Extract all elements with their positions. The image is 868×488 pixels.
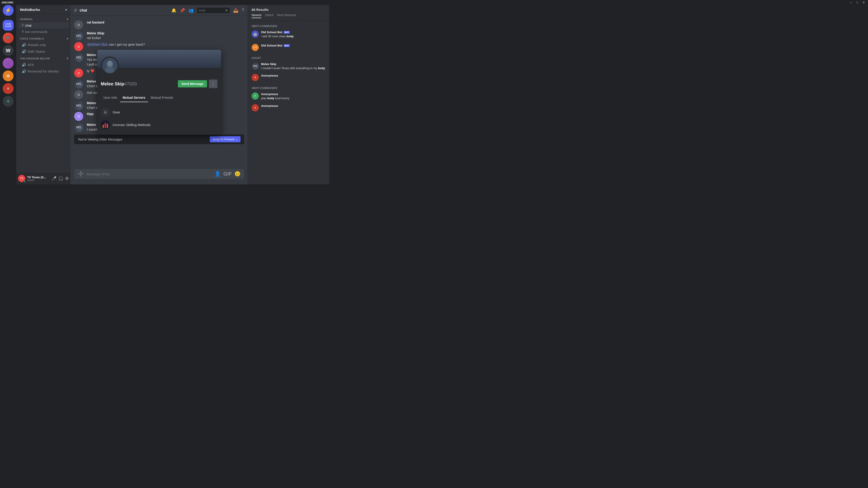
profile-popup: Melee Skip#7020 Send Message ⋮ User Info… (97, 50, 221, 135)
user-display-name: TX Texas (S... (27, 175, 50, 179)
server-header[interactable]: WeDoBuchu ▾ (16, 5, 70, 14)
osb-name: Old School Bot (261, 31, 282, 34)
osb-author-2: Old School Bot BOT (261, 44, 326, 47)
search-result-extra[interactable]: A Anonymous (248, 102, 329, 113)
voice-name-4heads: 4heads only (28, 43, 46, 47)
voice-item-afk[interactable]: 🔊 AFK (18, 61, 69, 68)
play-result-content: Anonymous play body loud luxury (261, 92, 326, 100)
server-icon-2[interactable]: 🎮 (3, 33, 13, 43)
extra-avatar: A (252, 104, 259, 111)
add-kingdom-channel-icon[interactable]: + (66, 57, 69, 61)
user-avatar[interactable]: TX (18, 175, 25, 182)
anon-avatar: A (252, 74, 259, 81)
voice-category[interactable]: VOICE CHANNELS + (16, 36, 70, 41)
search-result-play[interactable]: P Anonymous play body loud luxury (248, 91, 329, 102)
add-member-icon[interactable]: 👤 (59, 24, 63, 27)
search-result-osb-2[interactable]: OS Old School Bot BOT (248, 42, 329, 53)
server-icon-w[interactable]: W (3, 45, 13, 56)
text-channel-icon: # (22, 23, 24, 27)
server-icon-4[interactable]: IB (3, 70, 13, 81)
voice-icon-1: 🔊 (22, 43, 26, 47)
server-icon-5[interactable]: R (3, 83, 13, 94)
app-container: ⚡ CAVECLAN 🎮 W 🎵 IB R + WeDoBuchu ▾ GENE… (0, 0, 329, 184)
channel-item-chat[interactable]: # chat 👤 ⚙ (18, 22, 69, 29)
headset-button[interactable]: 🎧 (58, 176, 63, 181)
extra-result-content: Anonymous (261, 104, 326, 107)
settings-button[interactable]: ⚙ (65, 176, 69, 181)
osb-result-content: Old School Bot BOT +sell 30 rune chain b… (261, 31, 326, 38)
search-result-melee-skip[interactable]: MS Melee Skip I couldn't scam Texas with… (248, 61, 329, 72)
server-icon-3[interactable]: 🎵 (3, 58, 13, 69)
profile-discriminator: #7020 (124, 81, 137, 87)
channel-item-bot-commands[interactable]: # bot-commands (18, 29, 69, 35)
voice-icon-4: 🔊 (22, 69, 26, 73)
ironman-server-name: Ironman Skilling Methods (113, 123, 151, 127)
tab-mutual-servers[interactable]: Mutual Servers (120, 94, 148, 102)
search-section-label-chat: #chat (248, 55, 329, 61)
mutual-server-gear[interactable]: ⚔ Gear (101, 106, 217, 119)
osb-avatar: 🤖 (252, 31, 259, 38)
search-tab-newest[interactable]: Newest (252, 13, 261, 18)
voice-name-reserved: Reserved for Wesley (28, 69, 59, 73)
anon-author: Anonymous (261, 74, 326, 77)
tab-user-info[interactable]: User Info (101, 94, 120, 102)
search-results-count: 66 Results (252, 8, 326, 11)
mic-button[interactable]: 🎤 (52, 176, 57, 181)
voice-item-reserved[interactable]: 🔊 Reserved for Wesley (18, 68, 69, 74)
kingdom-category[interactable]: THE KINGDOM BELOW + (16, 56, 70, 61)
general-category[interactable]: GENERAL + (16, 16, 70, 22)
add-channel-icon[interactable]: + (66, 17, 69, 21)
titlebar: DISCORD ─ □ ✕ (0, 0, 329, 5)
main-content: # chat 🔔 📌 👥 ✕ 📥 ? U rat bastard (70, 0, 248, 184)
extra-author: Anonymous (261, 104, 326, 107)
gear-server-avatar: ⚔ (101, 107, 110, 117)
search-section-bot-commands-3: #bot-commands P Anonymous play body loud… (248, 85, 329, 113)
highlight-body-3: body (267, 96, 274, 100)
svg-rect-8 (105, 123, 106, 128)
add-server-button[interactable]: + (3, 96, 13, 107)
svg-rect-9 (107, 124, 108, 128)
osb-message-text: +sell 30 rune chain body (261, 34, 326, 38)
settings-icon[interactable]: ⚙ (64, 24, 67, 27)
server-name: WeDoBuchu (20, 8, 40, 11)
bot-badge-2: BOT (284, 44, 290, 47)
user-discriminator: #6420 (27, 179, 50, 182)
osb-result-content-2: Old School Bot BOT (261, 44, 326, 47)
kingdom-section: THE KINGDOM BELOW + 🔊 AFK 🔊 Reserved for… (16, 56, 70, 74)
channel-name-bot-commands: bot-commands (25, 30, 67, 34)
bot-badge: BOT (284, 31, 290, 34)
ironman-server-avatar (101, 120, 110, 129)
tab-mutual-friends[interactable]: Mutual Friends (148, 94, 176, 102)
profile-popup-tabs: User Info Mutual Servers Mutual Friends (97, 94, 221, 102)
anon-result-content: Anonymous (261, 74, 326, 77)
profile-name: Melee Skip (101, 81, 124, 87)
search-tabs: Newest Oldest Most Relevant (252, 13, 326, 18)
svg-text:🤖: 🤖 (253, 32, 257, 36)
discord-home-icon[interactable]: ⚡ (3, 5, 13, 16)
search-tab-relevant[interactable]: Most Relevant (277, 13, 296, 18)
voice-item-safe-space[interactable]: 🔊 Safe Space (18, 48, 69, 55)
profile-avatar (101, 57, 119, 74)
voice-name-safe: Safe Space (28, 50, 45, 53)
server-divider (4, 18, 12, 18)
voice-icon-3: 🔊 (22, 63, 26, 67)
gear-server-icon: ⚔ (101, 107, 110, 117)
search-result-anon[interactable]: A Anonymous (248, 72, 329, 83)
search-result-old-school-bot[interactable]: 🤖 Old School Bot BOT +sell 30 rune chain… (248, 29, 329, 40)
profile-username: Melee Skip#7020 (101, 81, 137, 87)
send-message-button[interactable]: Send Message (178, 80, 207, 88)
channel-name-chat: chat (25, 24, 58, 27)
server-icon-wedobuchu[interactable]: CAVECLAN (3, 20, 13, 31)
osb-avatar-2: OS (252, 44, 259, 51)
general-section: GENERAL + # chat 👤 ⚙ # bot-commands (16, 16, 70, 35)
add-voice-channel-icon[interactable]: + (66, 37, 69, 41)
user-panel-icons: 🎤 🎧 ⚙ (52, 176, 69, 181)
more-options-button[interactable]: ⋮ (209, 79, 217, 88)
svg-text:⚔: ⚔ (103, 109, 107, 115)
text-channel-icon-2: # (22, 30, 24, 34)
osb-author: Old School Bot BOT (261, 31, 326, 34)
voice-item-4heads[interactable]: 🔊 4heads only (18, 41, 69, 48)
search-tab-oldest[interactable]: Oldest (265, 13, 274, 18)
mutual-server-ironman[interactable]: Ironman Skilling Methods (101, 119, 217, 131)
online-status-indicator (114, 70, 117, 73)
